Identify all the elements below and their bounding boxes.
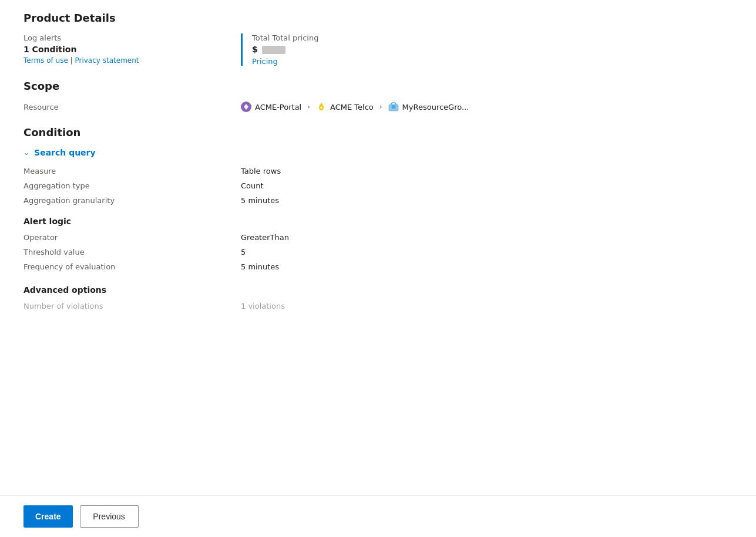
aggregation-granularity-value: 5 minutes [241,196,733,205]
breadcrumb-item-myresourcegroup: MyResourceGro... [388,102,469,112]
resource-breadcrumb: ACME-Portal › ACME Telco › [241,102,469,112]
condition-count: 1 Condition [23,45,241,54]
bottom-action-bar: Create Previous [0,495,756,537]
price-blurred-value [262,46,285,54]
threshold-key: Threshold value [23,248,241,256]
scope-title: Scope [23,80,733,92]
operator-key: Operator [23,233,241,242]
measure-key: Measure [23,167,241,175]
svg-point-1 [320,107,322,109]
acme-telco-label: ACME Telco [330,103,374,112]
chevron-down-icon: ⌄ [23,148,29,157]
svg-point-3 [391,105,395,109]
violations-value: 1 violations [241,302,733,310]
log-alerts-label: Log alerts [23,33,241,42]
measure-value: Table rows [241,167,733,175]
aggregation-type-key: Aggregation type [23,181,241,190]
alert-logic-title: Alert logic [23,217,733,226]
frequency-key: Frequency of evaluation [23,262,241,271]
resource-group-icon [388,102,399,112]
breadcrumb-chevron-2: › [379,103,382,111]
privacy-statement-link[interactable]: Privacy statement [75,56,139,65]
previous-button[interactable]: Previous [80,505,139,528]
total-pricing-label: Total Total pricing [252,33,733,42]
aggregation-granularity-key: Aggregation granularity [23,196,241,205]
condition-title: Condition [23,126,733,139]
breadcrumb-item-acme-portal: ACME-Portal [241,102,301,112]
advanced-options-title: Advanced options [23,285,733,295]
frequency-value: 5 minutes [241,262,733,271]
acme-telco-icon [316,102,327,112]
aggregation-type-value: Count [241,181,733,190]
violations-key: Number of violations [23,302,241,310]
acme-portal-icon [241,102,251,112]
search-query-toggle[interactable]: ⌄ Search query [23,148,733,157]
search-query-label: Search query [34,148,96,157]
breadcrumb-chevron-1: › [307,103,310,111]
terms-of-use-link[interactable]: Terms of use [23,56,68,65]
acme-portal-label: ACME-Portal [255,103,301,112]
resource-group-label: MyResourceGro... [402,103,469,112]
create-button[interactable]: Create [23,505,73,528]
product-details-title: Product Details [23,12,733,24]
price-dollar: $ [252,45,258,54]
threshold-value: 5 [241,248,733,256]
resource-label: Resource [23,103,241,112]
pricing-link[interactable]: Pricing [252,57,278,66]
breadcrumb-item-acme-telco: ACME Telco [316,102,374,112]
operator-value: GreaterThan [241,233,733,242]
